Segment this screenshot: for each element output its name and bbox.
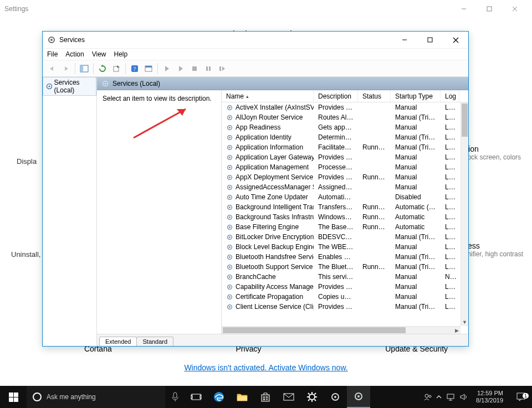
- explorer-button[interactable]: [231, 386, 254, 408]
- cell-startup: Manual: [391, 273, 441, 281]
- table-row[interactable]: Bluetooth Handsfree ServiceEnables wir..…: [222, 252, 461, 262]
- cell-startup: Manual: [391, 243, 441, 251]
- table-row[interactable]: Base Filtering EngineThe Base Fil...Runn…: [222, 222, 461, 232]
- menu-help[interactable]: Help: [114, 50, 128, 58]
- services-close-button[interactable]: [443, 32, 468, 48]
- table-row[interactable]: Background Tasks Infrastru...Windows in.…: [222, 212, 461, 222]
- menu-view[interactable]: View: [92, 50, 106, 58]
- minimize-button[interactable]: [451, 1, 477, 17]
- forward-button[interactable]: [60, 63, 72, 75]
- table-row[interactable]: Application IdentityDetermines ...Manual…: [222, 132, 461, 142]
- stop-service-button[interactable]: [188, 63, 201, 75]
- cell-name: Background Tasks Infrastru...: [222, 213, 314, 221]
- scroll-down-button[interactable]: ▼: [461, 318, 468, 326]
- action-center-button[interactable]: 1: [510, 392, 532, 402]
- services-maximize-button[interactable]: [417, 32, 443, 48]
- svg-rect-86: [266, 399, 268, 400]
- tree-root-item[interactable]: Services (Local): [43, 77, 96, 96]
- svg-point-52: [229, 216, 231, 218]
- col-desc[interactable]: Description: [314, 90, 358, 102]
- cell-logon: Loc: [441, 203, 459, 211]
- pause-service-button[interactable]: [202, 63, 214, 75]
- vscroll-thumb[interactable]: [462, 104, 468, 137]
- cell-desc: The Bluetoo...: [314, 263, 358, 271]
- svg-point-42: [229, 167, 231, 168]
- table-row[interactable]: App ReadinessGets apps re...ManualLoc: [222, 122, 461, 132]
- cell-startup: Manual (Trig...: [391, 303, 441, 311]
- edge-button[interactable]: [207, 386, 231, 408]
- microphone-button[interactable]: [165, 392, 185, 402]
- table-row[interactable]: Certificate PropagationCopies user ...Ma…: [222, 292, 461, 302]
- properties-button[interactable]: [142, 63, 155, 75]
- table-row[interactable]: BitLocker Drive Encryption ...BDESVC hos…: [222, 232, 461, 242]
- activate-windows-link[interactable]: Windows isn't activated. Activate Window…: [184, 363, 347, 372]
- restart-service-button[interactable]: [216, 63, 228, 75]
- start-service-button-2[interactable]: [175, 63, 187, 75]
- maximize-button[interactable]: [477, 1, 502, 17]
- col-name[interactable]: Name▴: [222, 90, 314, 102]
- table-row[interactable]: AssignedAccessManager Se...AssignedAc...…: [222, 182, 461, 192]
- start-service-button[interactable]: [161, 63, 173, 75]
- services-taskbar-button-1[interactable]: [324, 386, 347, 408]
- cell-name: Certificate Propagation: [222, 293, 314, 301]
- refresh-button[interactable]: [96, 63, 109, 75]
- menu-action[interactable]: Action: [65, 50, 84, 58]
- svg-line-96: [308, 400, 310, 401]
- services-titlebar[interactable]: Services: [43, 32, 468, 48]
- col-startup[interactable]: Startup Type: [391, 90, 441, 102]
- cell-name: Base Filtering Engine: [222, 223, 314, 231]
- col-logon[interactable]: Log˄: [441, 90, 459, 102]
- services-taskbar-button-2[interactable]: [347, 386, 370, 408]
- task-view-button[interactable]: [185, 392, 207, 401]
- back-button[interactable]: [46, 63, 58, 75]
- col-status[interactable]: Status: [358, 90, 391, 102]
- table-row[interactable]: Auto Time Zone UpdaterAutomatica...Disab…: [222, 192, 461, 202]
- horizontal-scrollbar[interactable]: ◀ ▶: [222, 326, 461, 334]
- cell-desc: Windows in...: [314, 213, 358, 221]
- scroll-right-button[interactable]: ▶: [453, 327, 461, 334]
- menu-file[interactable]: File: [47, 50, 58, 58]
- services-minimize-button[interactable]: [392, 32, 417, 48]
- table-row[interactable]: BranchCacheThis service ...ManualNet: [222, 272, 461, 282]
- cell-startup: Manual (Trig...: [391, 143, 441, 151]
- cell-startup: Manual: [391, 283, 441, 291]
- volume-icon[interactable]: [459, 393, 468, 401]
- tab-standard[interactable]: Standard: [136, 337, 173, 346]
- cell-status: Running: [358, 213, 391, 221]
- settings-button[interactable]: [300, 386, 324, 408]
- cell-desc: Transfers fil...: [314, 203, 358, 211]
- table-row[interactable]: Application ManagementProcesses in...Man…: [222, 162, 461, 172]
- taskbar-search[interactable]: Ask me anything: [27, 386, 165, 408]
- table-row[interactable]: Application Layer Gateway ...Provides su…: [222, 152, 461, 162]
- show-hide-tree-button[interactable]: [78, 63, 90, 75]
- tray-expand-icon[interactable]: [436, 394, 442, 400]
- export-list-button[interactable]: [110, 63, 122, 75]
- table-row[interactable]: Background Intelligent Tran...Transfers …: [222, 202, 461, 212]
- table-row[interactable]: AppX Deployment Service (...Provides inf…: [222, 172, 461, 182]
- mail-button[interactable]: [277, 386, 300, 408]
- table-row[interactable]: ActiveX Installer (AxInstSV)Provides Us.…: [222, 102, 461, 112]
- vertical-scrollbar[interactable]: ▲ ▼: [461, 102, 468, 326]
- table-row[interactable]: Block Level Backup Engine ...The WBENG..…: [222, 242, 461, 252]
- mail-icon: [283, 392, 295, 401]
- table-row[interactable]: Client License Service (ClipS...Provides…: [222, 302, 461, 312]
- table-row[interactable]: Capability Access Manager ...Provides fa…: [222, 282, 461, 292]
- people-icon[interactable]: [424, 393, 432, 401]
- table-row[interactable]: AllJoyn Router ServiceRoutes AllJo...Man…: [222, 112, 461, 122]
- store-button[interactable]: [254, 386, 277, 408]
- cell-desc: The Base Fil...: [314, 223, 358, 231]
- svg-rect-85: [263, 399, 265, 400]
- taskbar-clock[interactable]: 12:59 PM 8/13/2019: [473, 390, 507, 404]
- table-row[interactable]: Application InformationFacilitates t...R…: [222, 142, 461, 152]
- cell-desc: Provides fac...: [314, 283, 358, 291]
- tab-extended[interactable]: Extended: [99, 337, 137, 346]
- close-button[interactable]: [502, 1, 528, 17]
- start-button[interactable]: [0, 386, 27, 408]
- hscroll-thumb[interactable]: [223, 327, 406, 333]
- table-row[interactable]: Bluetooth Support ServiceThe Bluetoo...R…: [222, 262, 461, 272]
- cell-name: Application Identity: [222, 133, 314, 141]
- svg-rect-84: [266, 396, 268, 398]
- svg-point-58: [229, 246, 231, 248]
- network-icon[interactable]: [446, 393, 455, 401]
- help-button[interactable]: ?: [129, 63, 141, 75]
